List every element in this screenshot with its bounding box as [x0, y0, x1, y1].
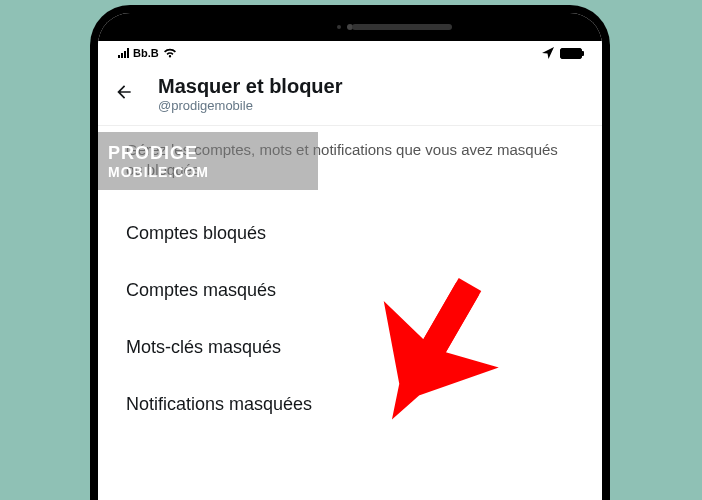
- back-button[interactable]: [114, 82, 134, 107]
- menu-item-blocked-accounts[interactable]: Comptes bloqués: [98, 205, 602, 262]
- location-icon: [542, 47, 554, 59]
- page-title: Masquer et bloquer: [158, 75, 342, 98]
- menu-item-label: Notifications masquées: [126, 394, 312, 414]
- page-subtitle: @prodigemobile: [158, 98, 342, 113]
- page-header: Masquer et bloquer @prodigemobile: [98, 65, 602, 126]
- menu-item-muted-accounts[interactable]: Comptes masqués: [98, 262, 602, 319]
- page-description: Gérez les comptes, mots et notifications…: [126, 140, 574, 181]
- status-bar: Bb.B: [98, 41, 602, 65]
- battery-icon: [560, 48, 582, 59]
- wifi-icon: [163, 48, 177, 58]
- menu-item-muted-notifications[interactable]: Notifications masquées: [98, 376, 602, 433]
- menu-item-muted-words[interactable]: Mots-clés masqués: [98, 319, 602, 376]
- menu-item-label: Mots-clés masqués: [126, 337, 281, 357]
- menu-item-label: Comptes masqués: [126, 280, 276, 300]
- menu-item-label: Comptes bloqués: [126, 223, 266, 243]
- menu-list: Comptes bloqués Comptes masqués Mots-clé…: [98, 201, 602, 437]
- carrier-label: Bb.B: [133, 47, 159, 59]
- phone-notch: [98, 13, 602, 41]
- phone-screen: Bb.B Masquer et bloquer @prodigemobile: [98, 13, 602, 500]
- phone-frame: Bb.B Masquer et bloquer @prodigemobile: [90, 5, 610, 500]
- signal-icon: [118, 48, 129, 58]
